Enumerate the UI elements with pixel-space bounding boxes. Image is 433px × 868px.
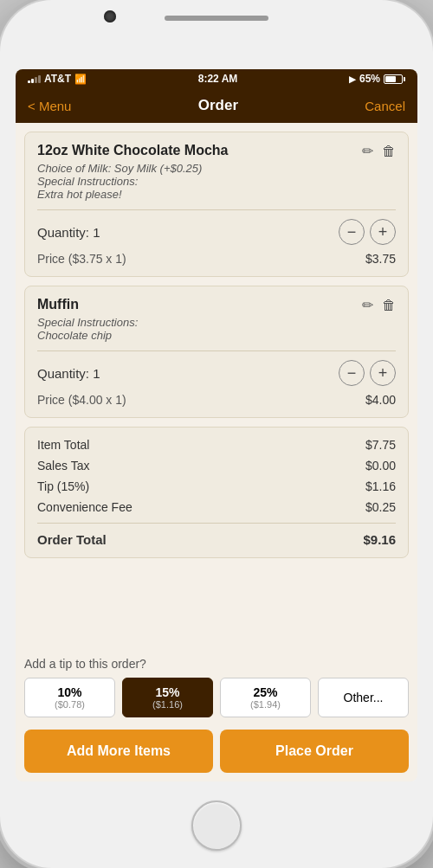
tip-25-amount: ($1.94) xyxy=(224,699,307,710)
total-tip-value: $1.16 xyxy=(365,479,396,493)
item-1-instructions-label: Special Instructions: xyxy=(37,175,396,188)
status-bar: AT&T 📶 8:22 AM ▶ 65% xyxy=(16,69,417,88)
quantity-controls-1: − + xyxy=(339,219,396,245)
screen: AT&T 📶 8:22 AM ▶ 65% < Menu Order Cancel xyxy=(16,69,417,781)
card-actions-2: ✏ 🗑 xyxy=(362,297,396,313)
signal-bar-3 xyxy=(35,77,37,83)
edit-icon-2[interactable]: ✏ xyxy=(362,297,373,313)
home-button[interactable] xyxy=(191,800,242,851)
quantity-row-1: Quantity: 1 − + xyxy=(37,219,396,245)
signal-bar-2 xyxy=(31,79,34,83)
total-item-value: $7.75 xyxy=(365,438,396,452)
total-row-item: Item Total $7.75 xyxy=(37,438,396,452)
quantity-controls-2: − + xyxy=(339,360,396,386)
bottom-buttons: Add More Items Place Order xyxy=(16,723,417,781)
increase-qty-2[interactable]: + xyxy=(370,360,396,386)
total-row-fee: Convenience Fee $0.25 xyxy=(37,500,396,514)
tip-10-percent: 10% xyxy=(29,685,111,699)
item-1-price-value: $3.75 xyxy=(365,252,396,266)
time-label: 8:22 AM xyxy=(198,73,238,85)
status-left: AT&T 📶 xyxy=(28,73,87,85)
wifi-icon: 📶 xyxy=(74,74,87,85)
battery-percent-label: 65% xyxy=(359,73,380,85)
item-1-price-label: Price ($3.75 x 1) xyxy=(37,252,126,266)
phone-shell: AT&T 📶 8:22 AM ▶ 65% < Menu Order Cancel xyxy=(0,0,433,868)
divider-1 xyxy=(37,209,396,210)
card-details-1: Choice of Milk: Soy Milk (+$0.25) Specia… xyxy=(37,162,396,201)
card-header-2: Muffin ✏ 🗑 xyxy=(37,297,396,313)
signal-bars xyxy=(28,75,41,83)
signal-bar-4 xyxy=(38,75,41,83)
item-1-modifier: Choice of Milk: Soy Milk (+$0.25) xyxy=(37,162,396,175)
item-2-quantity-label: Quantity: 1 xyxy=(37,366,100,381)
total-tax-label: Sales Tax xyxy=(37,459,89,473)
order-item-2: Muffin ✏ 🗑 Special Instructions: Chocola… xyxy=(24,286,409,418)
tip-other-label: Other... xyxy=(322,691,404,704)
total-grand-value: $9.16 xyxy=(363,532,396,547)
decrease-qty-1[interactable]: − xyxy=(339,219,365,245)
tip-25-percent: 25% xyxy=(224,685,307,699)
camera-icon xyxy=(104,10,116,23)
total-item-label: Item Total xyxy=(37,438,89,452)
delete-icon-2[interactable]: 🗑 xyxy=(382,298,396,313)
total-row-grand: Order Total $9.16 xyxy=(37,532,396,547)
order-item-1: 12oz White Chocolate Mocha ✏ 🗑 Choice of… xyxy=(24,132,409,277)
total-grand-label: Order Total xyxy=(37,532,107,547)
nav-bar: < Menu Order Cancel xyxy=(16,88,417,123)
cancel-button[interactable]: Cancel xyxy=(365,99,405,113)
add-more-items-button[interactable]: Add More Items xyxy=(24,730,213,773)
total-fee-value: $0.25 xyxy=(365,500,396,514)
card-details-2: Special Instructions: Chocolate chip xyxy=(37,316,396,342)
tip-option-15[interactable]: 15% ($1.16) xyxy=(122,678,213,717)
total-fee-label: Convenience Fee xyxy=(37,500,132,514)
totals-divider xyxy=(37,523,396,524)
delete-icon-1[interactable]: 🗑 xyxy=(382,144,396,159)
price-row-2: Price ($4.00 x 1) $4.00 xyxy=(37,393,396,407)
increase-qty-1[interactable]: + xyxy=(370,219,396,245)
total-row-tax: Sales Tax $0.00 xyxy=(37,459,396,473)
price-row-1: Price ($3.75 x 1) $3.75 xyxy=(37,252,396,266)
item-1-name: 12oz White Chocolate Mocha xyxy=(37,143,362,158)
quantity-row-2: Quantity: 1 − + xyxy=(37,360,396,386)
total-tax-value: $0.00 xyxy=(365,459,396,473)
item-2-name: Muffin xyxy=(37,297,362,312)
card-actions-1: ✏ 🗑 xyxy=(362,143,396,159)
scroll-area[interactable]: 12oz White Chocolate Mocha ✏ 🗑 Choice of… xyxy=(16,123,417,648)
battery-icon xyxy=(384,74,405,84)
tip-15-percent: 15% xyxy=(126,685,209,699)
status-right: ▶ 65% xyxy=(349,73,405,85)
tip-prompt: Add a tip to this order? xyxy=(24,657,409,671)
card-header-1: 12oz White Chocolate Mocha ✏ 🗑 xyxy=(37,143,396,159)
tip-option-10[interactable]: 10% ($0.78) xyxy=(24,678,115,717)
total-tip-label: Tip (15%) xyxy=(37,479,89,493)
item-1-quantity-label: Quantity: 1 xyxy=(37,225,100,240)
item-1-instructions: Extra hot please! xyxy=(37,188,396,201)
tip-15-amount: ($1.16) xyxy=(126,699,209,710)
carrier-label: AT&T xyxy=(44,73,71,85)
item-2-instructions-label: Special Instructions: xyxy=(37,316,396,329)
place-order-button[interactable]: Place Order xyxy=(220,730,409,773)
decrease-qty-2[interactable]: − xyxy=(339,360,365,386)
tip-option-other[interactable]: Other... xyxy=(318,678,409,717)
location-icon: ▶ xyxy=(349,74,356,84)
tip-options: 10% ($0.78) 15% ($1.16) 25% ($1.94) Othe… xyxy=(24,678,409,717)
tip-10-amount: ($0.78) xyxy=(29,699,111,710)
item-2-instructions: Chocolate chip xyxy=(37,329,396,342)
tip-section: Add a tip to this order? 10% ($0.78) 15%… xyxy=(16,648,417,723)
totals-card: Item Total $7.75 Sales Tax $0.00 Tip (15… xyxy=(24,427,409,558)
item-2-price-value: $4.00 xyxy=(365,393,396,407)
tip-option-25[interactable]: 25% ($1.94) xyxy=(220,678,311,717)
signal-bar-1 xyxy=(28,80,30,83)
item-2-price-label: Price ($4.00 x 1) xyxy=(37,393,126,407)
edit-icon-1[interactable]: ✏ xyxy=(362,143,373,159)
divider-2 xyxy=(37,350,396,351)
total-row-tip: Tip (15%) $1.16 xyxy=(37,479,396,493)
menu-button[interactable]: < Menu xyxy=(28,99,71,113)
nav-title: Order xyxy=(198,97,238,114)
